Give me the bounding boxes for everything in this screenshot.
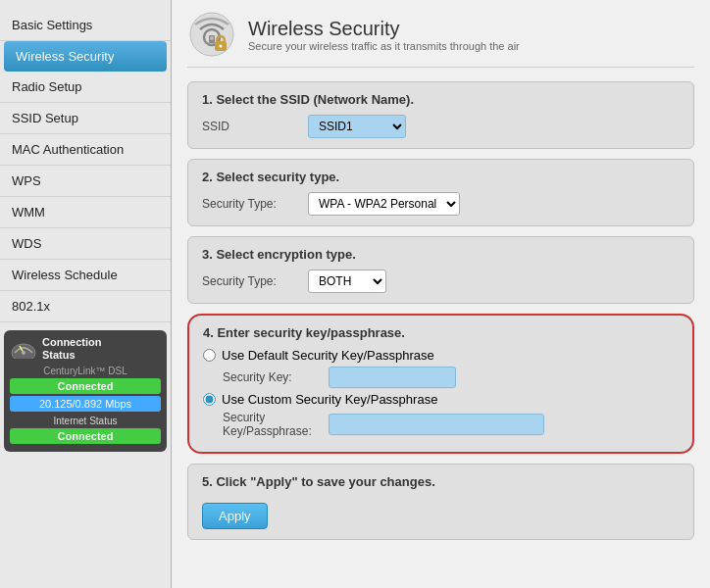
connection-status-title: ConnectionStatus bbox=[42, 336, 102, 362]
encryption-type-label: Security Type: bbox=[202, 274, 300, 288]
passphrase-field-row: Security Key/Passphrase: bbox=[223, 411, 679, 438]
wireless-security-icon bbox=[187, 10, 236, 59]
svg-point-6 bbox=[210, 36, 214, 40]
internet-status-label: Internet Status bbox=[10, 416, 161, 426]
ssid-section: 1. Select the SSID (Network Name). SSID … bbox=[187, 81, 694, 149]
sidebar-item-basic-settings[interactable]: Basic Settings bbox=[0, 10, 171, 41]
default-key-row: Use Default Security Key/Passphrase bbox=[203, 348, 679, 363]
apply-button[interactable]: Apply bbox=[202, 503, 268, 529]
passphrase-label: Security Key/Passphrase: bbox=[223, 411, 321, 438]
security-key-label: Security Key: bbox=[223, 370, 321, 384]
default-key-radio[interactable] bbox=[203, 349, 216, 362]
sidebar-item-8021x[interactable]: 802.1x bbox=[0, 291, 171, 322]
ssid-select[interactable]: SSID1 SSID2 SSID3 bbox=[308, 115, 406, 138]
sidebar-item-wmm[interactable]: WMM bbox=[0, 197, 171, 228]
security-type-label: Security Type: bbox=[202, 197, 300, 211]
security-key-section: 4. Enter security key/passphrase. Use De… bbox=[187, 314, 694, 454]
ssid-label: SSID bbox=[202, 120, 300, 133]
main-content: Wireless Security Secure your wireless t… bbox=[172, 0, 710, 588]
sidebar-item-wds[interactable]: WDS bbox=[0, 228, 171, 260]
sidebar-item-wps[interactable]: WPS bbox=[0, 166, 171, 197]
sidebar-item-wireless-security[interactable]: Wireless Security bbox=[4, 41, 167, 72]
connection-status-panel: ConnectionStatus CenturyLink™ DSL Connec… bbox=[4, 330, 167, 452]
custom-key-row: Use Custom Security Key/Passphrase bbox=[203, 392, 679, 407]
security-key-field-row: Security Key: bbox=[223, 367, 679, 388]
isp-label: CenturyLink™ DSL bbox=[10, 366, 161, 376]
default-key-label: Use Default Security Key/Passphrase bbox=[222, 348, 434, 363]
apply-section: 5. Click "Apply" to save your changes. A… bbox=[187, 464, 694, 540]
sidebar: Basic Settings Wireless Security Radio S… bbox=[0, 0, 172, 588]
sidebar-item-mac-auth[interactable]: MAC Authentication bbox=[0, 134, 171, 166]
custom-key-radio[interactable] bbox=[203, 393, 216, 406]
encryption-type-select[interactable]: BOTH TKIP AES bbox=[308, 270, 386, 293]
connected-badge-2: Connected bbox=[10, 428, 161, 444]
custom-key-label: Use Custom Security Key/Passphrase bbox=[222, 392, 437, 407]
sidebar-item-wireless-schedule[interactable]: Wireless Schedule bbox=[0, 260, 171, 291]
security-key-input[interactable] bbox=[329, 367, 456, 388]
security-key-title: 4. Enter security key/passphrase. bbox=[203, 325, 679, 340]
apply-section-title: 5. Click "Apply" to save your changes. bbox=[202, 474, 680, 489]
security-type-section: 2. Select security type. Security Type: … bbox=[187, 159, 694, 226]
passphrase-input[interactable] bbox=[329, 414, 544, 435]
page-subtitle: Secure your wireless traffic as it trans… bbox=[248, 40, 520, 52]
speed-badge: 20.125/0.892 Mbps bbox=[10, 396, 161, 412]
encryption-type-title: 3. Select encryption type. bbox=[202, 247, 680, 262]
page-header: Wireless Security Secure your wireless t… bbox=[187, 10, 694, 68]
connected-badge-1: Connected bbox=[10, 378, 161, 394]
speedometer-icon bbox=[10, 339, 37, 359]
sidebar-item-radio-setup[interactable]: Radio Setup bbox=[0, 72, 171, 103]
encryption-type-section: 3. Select encryption type. Security Type… bbox=[187, 236, 694, 304]
ssid-section-title: 1. Select the SSID (Network Name). bbox=[202, 92, 680, 107]
sidebar-item-ssid-setup[interactable]: SSID Setup bbox=[0, 103, 171, 134]
svg-point-2 bbox=[22, 351, 25, 355]
page-title: Wireless Security bbox=[248, 18, 520, 40]
security-type-title: 2. Select security type. bbox=[202, 170, 680, 184]
svg-point-8 bbox=[220, 45, 223, 48]
security-type-select[interactable]: WPA - WPA2 Personal WPA2 Personal WPA Pe… bbox=[308, 192, 460, 216]
